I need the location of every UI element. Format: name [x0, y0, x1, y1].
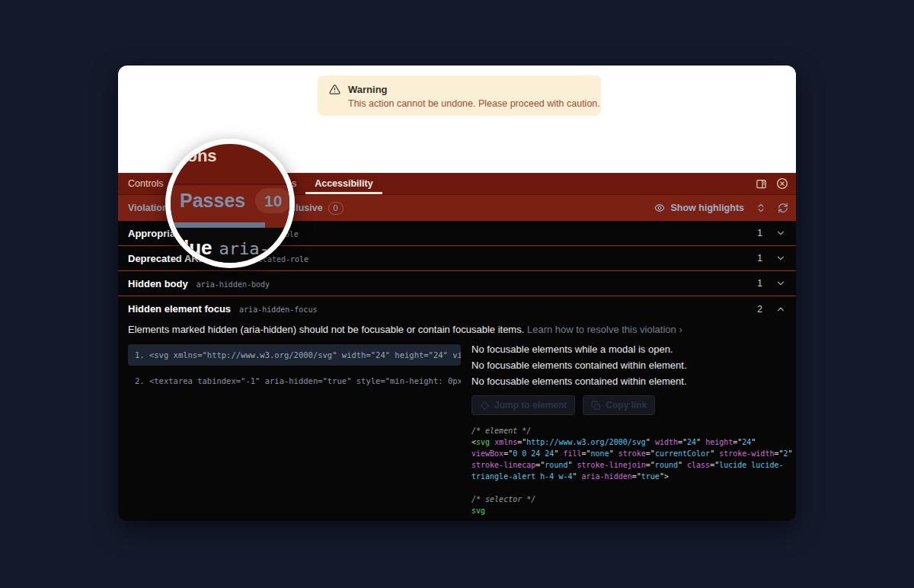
chevron-up-icon[interactable]	[775, 304, 786, 315]
expand-collapse-all-icon[interactable]	[756, 203, 766, 213]
element-item-textarea[interactable]: 2. <textarea tabindex="-1" aria-hidden="…	[128, 370, 461, 391]
rule-details: Elements marked hidden (aria-hidden) sho…	[118, 321, 796, 516]
magnifier-lens: tions In Passes 10 luearia-al	[165, 139, 295, 268]
a11y-toolbar-right: Show highlights	[654, 203, 788, 213]
rule-id: aria-hidden-focus	[239, 305, 317, 314]
rule-row-right: 1	[757, 278, 786, 289]
warning-message: This action cannot be undone. Please pro…	[348, 98, 600, 109]
rule-description-text: Elements marked hidden (aria-hidden) sho…	[128, 324, 524, 335]
jump-to-element-label: Jump to element	[494, 400, 567, 411]
rule-count: 1	[757, 253, 762, 264]
rule-title: Hidden element focus	[128, 303, 231, 315]
element-item-svg[interactable]: 1. <svg xmlns="http://www.w3.org/2000/sv…	[128, 344, 461, 366]
rule-row-right: 1	[757, 228, 786, 238]
storybook-panel: Warning This action cannot be undone. Pl…	[118, 66, 796, 521]
panel-position-icon[interactable]	[756, 178, 767, 190]
rule-row-left: Hidden element focus aria-hidden-focus	[128, 303, 317, 315]
rule-row-right: 1	[757, 253, 786, 264]
rule-count: 1	[757, 228, 762, 238]
warning-alert: Warning This action cannot be undone. Pl…	[318, 75, 601, 116]
element-source-code: /* element */<svg xmlns="http://www.w3.o…	[471, 425, 793, 516]
toolbar-actions	[756, 173, 796, 194]
check-message: No focusable elements while a modal is o…	[471, 344, 793, 355]
magnified-active-tab-indicator	[171, 222, 265, 228]
learn-link-arrow-icon: ›	[679, 324, 682, 335]
rerun-tests-icon[interactable]	[778, 203, 788, 213]
tab-accessibility[interactable]: Accessibility	[315, 173, 372, 194]
warning-title: Warning	[348, 84, 600, 95]
chevron-down-icon[interactable]	[775, 278, 786, 289]
warning-triangle-icon	[329, 84, 340, 116]
copy-link-label: Copy link	[606, 400, 647, 411]
detail-buttons: Jump to element Copy link	[471, 395, 793, 415]
jump-to-element-button[interactable]: Jump to element	[471, 395, 575, 415]
check-message: No focusable elements contained within e…	[471, 360, 793, 371]
chevron-down-icon[interactable]	[775, 228, 786, 238]
magnified-passes-count-badge: 10	[255, 188, 291, 213]
magnified-passes-label: Passes	[180, 190, 245, 212]
rule-count: 2	[757, 304, 762, 315]
copy-link-button[interactable]: Copy link	[583, 395, 655, 415]
warning-alert-text: Warning This action cannot be undone. Pl…	[348, 84, 600, 116]
rule-description: Elements marked hidden (aria-hidden) sho…	[128, 324, 785, 335]
show-highlights-label: Show highlights	[670, 203, 744, 213]
rule-row-aria-hidden-body[interactable]: Hidden body aria-hidden-body 1	[118, 271, 796, 296]
affected-elements-list: 1. <svg xmlns="http://www.w3.org/2000/sv…	[128, 344, 461, 516]
rule-title: Hidden body	[128, 278, 188, 289]
magnified-passes-tab: Passes 10	[180, 188, 291, 213]
chevron-down-icon[interactable]	[775, 253, 786, 264]
element-detail-pane: No focusable elements while a modal is o…	[470, 344, 793, 516]
rule-id: aria-hidden-body	[197, 280, 270, 289]
crosshair-icon	[480, 401, 490, 411]
check-message: No focusable elements contained within e…	[471, 376, 793, 387]
tab-accessibility-label: Accessibility	[315, 178, 372, 189]
eye-icon	[654, 203, 665, 213]
rule-row-aria-hidden-focus[interactable]: Hidden element focus aria-hidden-focus 2	[118, 296, 796, 321]
rule-count: 1	[757, 278, 762, 289]
rule-row-right: 2	[757, 304, 786, 315]
rule-row-left: Hidden body aria-hidden-body	[128, 278, 270, 289]
close-panel-icon[interactable]	[776, 177, 788, 190]
desktop-background: Warning This action cannot be undone. Pl…	[0, 0, 914, 588]
learn-link[interactable]: Learn how to resolve this violation ›	[527, 324, 682, 335]
copy-icon	[591, 401, 601, 411]
show-highlights-toggle[interactable]: Show highlights	[654, 203, 744, 213]
detail-grid: 1. <svg xmlns="http://www.w3.org/2000/sv…	[128, 344, 785, 516]
inconclusive-count-badge: 0	[328, 202, 344, 215]
tab-controls-label: Controls	[128, 178, 164, 189]
